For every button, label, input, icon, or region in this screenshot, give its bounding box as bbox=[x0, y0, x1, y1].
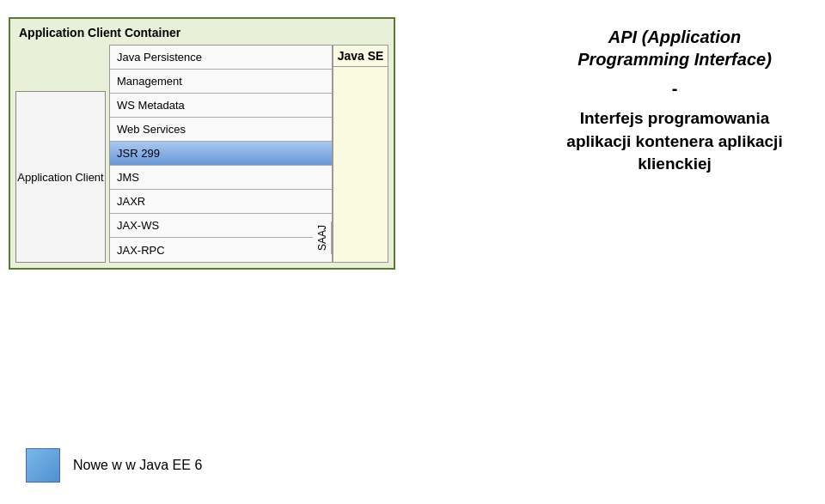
java-se-column: Java SE bbox=[333, 45, 388, 263]
java-se-header: Java SE bbox=[333, 46, 388, 67]
row-jax-group: JAX-WS JAX-RPC SAAJ bbox=[110, 214, 332, 262]
row-java-persistence: Java Persistence bbox=[110, 46, 332, 70]
legend-box bbox=[26, 448, 60, 483]
row-jax-rpc: JAX-RPC bbox=[110, 238, 313, 262]
row-jms: JMS bbox=[110, 166, 332, 190]
description-dash: - bbox=[550, 79, 799, 99]
java-se-body bbox=[333, 67, 388, 262]
middle-column: Java Persistence Management WS Metadata … bbox=[109, 45, 333, 263]
inner-layout: Application Client Java Persistence Mana… bbox=[15, 45, 388, 263]
app-client-label: Application Client bbox=[17, 171, 103, 184]
description-area: API (Application Programming Interface) … bbox=[533, 17, 816, 270]
row-jsr299: JSR 299 bbox=[110, 142, 332, 166]
legend-area: Nowe w w Java EE 6 bbox=[26, 448, 202, 483]
row-management: Management bbox=[110, 70, 332, 94]
description-title: API (Application Programming Interface) bbox=[550, 26, 799, 70]
row-jaxr: JAXR bbox=[110, 190, 332, 214]
row-main-sub: JAX-WS JAX-RPC bbox=[110, 214, 313, 262]
row-web-services: Web Services bbox=[110, 118, 332, 142]
outer-container-label: Application Client Container bbox=[15, 24, 388, 45]
description-body: Interfejs programowania aplikacji konten… bbox=[550, 107, 799, 176]
row-jax-ws: JAX-WS bbox=[110, 214, 313, 238]
main-container: Application Client Container Application… bbox=[0, 0, 825, 287]
app-client-box: Application Client bbox=[15, 91, 106, 263]
outer-container: Application Client Container Application… bbox=[9, 17, 395, 270]
saaj-label: SAAJ bbox=[313, 222, 332, 254]
row-ws-metadata: WS Metadata bbox=[110, 94, 332, 118]
legend-text: Nowe w w Java EE 6 bbox=[73, 458, 202, 473]
diagram-area: Application Client Container Application… bbox=[9, 17, 507, 270]
